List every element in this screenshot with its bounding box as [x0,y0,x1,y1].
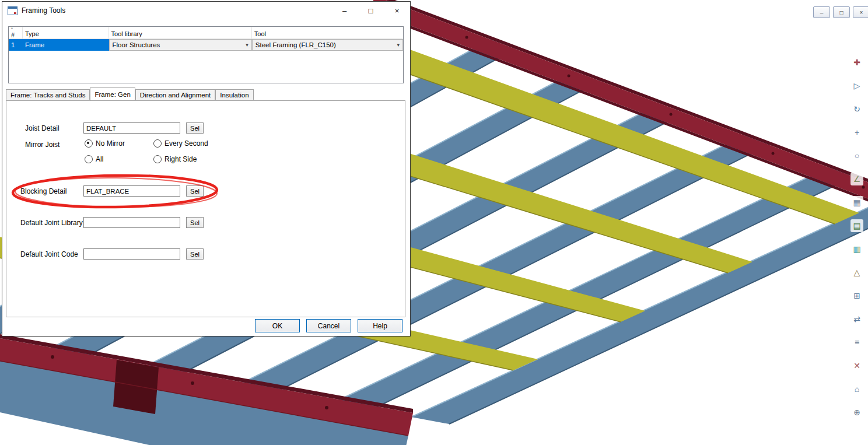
default-joint-code-sel-button[interactable]: Sel [186,248,204,260]
minimize-icon: – [342,6,346,15]
radio-icon [153,155,162,163]
column-header-tool-library[interactable]: Tool library [109,27,252,38]
column-header-num[interactable]: ˆ # [9,27,23,38]
row-number-cell: 1 [9,39,23,51]
home-view-icon[interactable]: ⌂ [850,383,863,395]
chevron-down-icon: ▾ [246,42,249,48]
close-icon: × [860,9,863,16]
joist-detail-label: Joist Detail [25,124,60,132]
ok-button[interactable]: OK [255,319,300,332]
maximize-icon: □ [839,9,843,16]
cancel-button[interactable]: Cancel [306,319,351,332]
radio-icon [85,155,93,163]
rotate-view-icon[interactable]: ↻ [850,103,863,115]
wall-tool-icon[interactable]: ▤ [850,219,863,232]
blocking-detail-label: Blocking Detail [20,187,66,195]
blocking-detail-input[interactable] [83,185,180,197]
roof-tool-icon[interactable]: △ [850,266,863,279]
app-icon [8,6,18,15]
close-icon: × [395,6,400,15]
chevron-down-icon: ▾ [397,42,400,48]
frame-gen-panel: Joist Detail Sel Mirror Joist No Mirror … [6,100,405,317]
radio-checked-icon [85,139,93,148]
move-icon[interactable]: + [850,126,863,139]
default-joint-library-label: Default Joint Library [20,219,83,227]
layers-icon[interactable]: ≡ [850,336,863,349]
annotation-circle [6,101,406,318]
dialog-minimize-button[interactable]: – [331,2,358,19]
mirror-option-every-second[interactable]: Every Second [153,139,208,148]
bg-maximize-button[interactable]: □ [833,6,850,18]
tool-table-header: ˆ # Type Tool library Tool [9,27,403,39]
mirror-joist-label: Mirror Joist [25,141,60,149]
tool-library-value: Floor Structures [113,41,160,48]
default-joint-library-sel-button[interactable]: Sel [186,217,204,228]
dialog-close-button[interactable]: × [384,2,410,19]
default-joint-code-input[interactable] [83,248,180,260]
select-arrow-icon[interactable]: ▷ [850,79,863,92]
floor-tool-icon[interactable]: ▥ [850,243,863,255]
bg-close-button[interactable]: × [853,6,868,18]
radio-icon [153,139,162,148]
dialog-window-buttons: – □ × [331,2,410,19]
erase-icon[interactable]: ✕ [850,359,863,372]
default-joint-code-label: Default Joint Code [20,250,78,258]
maximize-icon: □ [369,6,373,15]
tool-table: ˆ # Type Tool library Tool 1 Frame Floor… [8,26,404,83]
measure-icon[interactable]: ∠ [850,173,863,185]
tab-direction-and-alignment[interactable]: Direction and Alignment [135,89,215,100]
tab-frame-tracks-and-studs[interactable]: Frame: Tracks and Studs [6,89,90,100]
tab-strip: Frame: Tracks and Studs Frame: Gen Direc… [6,87,406,100]
tab-insulation[interactable]: Insulation [215,89,253,100]
mirror-option-all[interactable]: All [85,155,103,163]
tool-value: Steel Framing (FLR_C150) [256,41,336,48]
tab-frame-gen[interactable]: Frame: Gen [90,87,135,100]
background-window-controls: – □ × [813,6,868,18]
mirror-icon[interactable]: ⇄ [850,313,863,325]
default-joint-library-input[interactable] [83,217,180,228]
copy-icon[interactable]: ⊞ [850,289,863,302]
row-type-cell: Frame [23,39,109,51]
pin-icon[interactable]: ✚ [850,56,863,69]
dialog-title: Framing Tools [22,6,65,15]
mirror-option-no-mirror[interactable]: No Mirror [85,139,125,148]
dialog-maximize-button[interactable]: □ [358,2,384,19]
minimize-icon: – [820,9,824,16]
column-header-type[interactable]: Type [23,27,109,38]
joist-detail-sel-button[interactable]: Sel [186,122,204,134]
blocking-detail-sel-button[interactable]: Sel [186,185,204,197]
help-button[interactable]: Help [358,319,402,332]
zoom-icon[interactable]: ○ [850,149,863,162]
framing-tools-dialog: Framing Tools – □ × ˆ # Type Tool librar… [2,1,411,337]
mirror-option-right-side[interactable]: Right Side [153,155,197,163]
column-header-tool[interactable]: Tool [252,27,403,38]
tool-library-dropdown[interactable]: Floor Structures ▾ [109,39,252,51]
grid-icon[interactable]: ▦ [850,196,863,209]
bg-minimize-button[interactable]: – [813,6,830,18]
tool-table-row[interactable]: 1 Frame Floor Structures ▾ Steel Framing… [9,39,403,51]
tool-dropdown[interactable]: Steel Framing (FLR_C150) ▾ [252,39,403,51]
settings-icon[interactable]: ⊕ [850,406,863,419]
joist-detail-input[interactable] [83,122,180,134]
